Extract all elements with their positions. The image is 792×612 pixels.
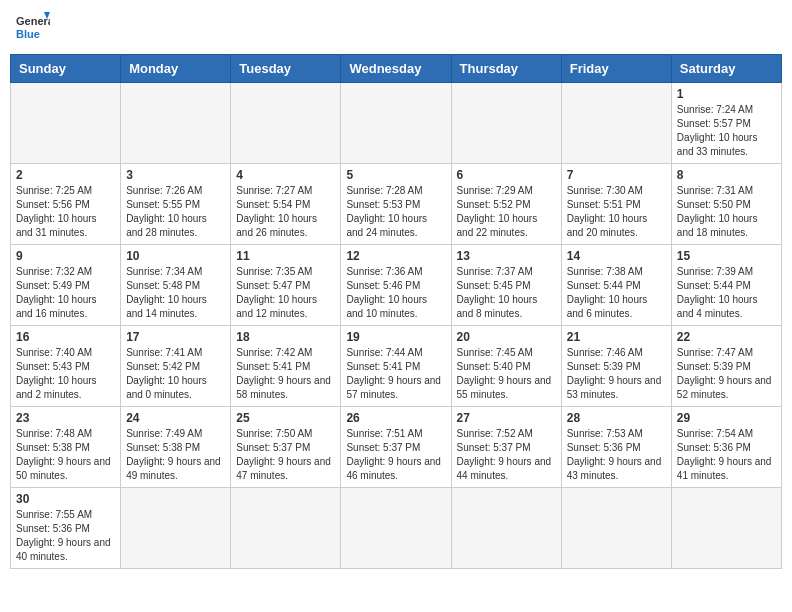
calendar-cell: 7Sunrise: 7:30 AM Sunset: 5:51 PM Daylig… [561, 164, 671, 245]
day-number: 19 [346, 330, 445, 344]
day-number: 25 [236, 411, 335, 425]
calendar-cell: 20Sunrise: 7:45 AM Sunset: 5:40 PM Dayli… [451, 326, 561, 407]
calendar-week-3: 9Sunrise: 7:32 AM Sunset: 5:49 PM Daylig… [11, 245, 782, 326]
day-number: 29 [677, 411, 776, 425]
day-info: Sunrise: 7:53 AM Sunset: 5:36 PM Dayligh… [567, 427, 666, 483]
calendar-cell: 17Sunrise: 7:41 AM Sunset: 5:42 PM Dayli… [121, 326, 231, 407]
day-info: Sunrise: 7:45 AM Sunset: 5:40 PM Dayligh… [457, 346, 556, 402]
header-saturday: Saturday [671, 55, 781, 83]
calendar-week-6: 30Sunrise: 7:55 AM Sunset: 5:36 PM Dayli… [11, 488, 782, 569]
day-info: Sunrise: 7:47 AM Sunset: 5:39 PM Dayligh… [677, 346, 776, 402]
calendar-cell [341, 83, 451, 164]
calendar-cell: 1Sunrise: 7:24 AM Sunset: 5:57 PM Daylig… [671, 83, 781, 164]
day-number: 4 [236, 168, 335, 182]
calendar-cell: 3Sunrise: 7:26 AM Sunset: 5:55 PM Daylig… [121, 164, 231, 245]
day-info: Sunrise: 7:32 AM Sunset: 5:49 PM Dayligh… [16, 265, 115, 321]
logo: General Blue [14, 10, 50, 46]
day-info: Sunrise: 7:27 AM Sunset: 5:54 PM Dayligh… [236, 184, 335, 240]
calendar-week-2: 2Sunrise: 7:25 AM Sunset: 5:56 PM Daylig… [11, 164, 782, 245]
calendar-cell [451, 488, 561, 569]
header-tuesday: Tuesday [231, 55, 341, 83]
day-number: 13 [457, 249, 556, 263]
calendar-cell: 12Sunrise: 7:36 AM Sunset: 5:46 PM Dayli… [341, 245, 451, 326]
day-info: Sunrise: 7:24 AM Sunset: 5:57 PM Dayligh… [677, 103, 776, 159]
calendar-header-row: SundayMondayTuesdayWednesdayThursdayFrid… [11, 55, 782, 83]
calendar-cell [231, 83, 341, 164]
day-number: 3 [126, 168, 225, 182]
day-info: Sunrise: 7:40 AM Sunset: 5:43 PM Dayligh… [16, 346, 115, 402]
calendar-cell [341, 488, 451, 569]
calendar-week-5: 23Sunrise: 7:48 AM Sunset: 5:38 PM Dayli… [11, 407, 782, 488]
calendar-cell [121, 83, 231, 164]
calendar-cell: 22Sunrise: 7:47 AM Sunset: 5:39 PM Dayli… [671, 326, 781, 407]
calendar-cell: 30Sunrise: 7:55 AM Sunset: 5:36 PM Dayli… [11, 488, 121, 569]
day-info: Sunrise: 7:51 AM Sunset: 5:37 PM Dayligh… [346, 427, 445, 483]
calendar-week-1: 1Sunrise: 7:24 AM Sunset: 5:57 PM Daylig… [11, 83, 782, 164]
day-info: Sunrise: 7:28 AM Sunset: 5:53 PM Dayligh… [346, 184, 445, 240]
day-number: 18 [236, 330, 335, 344]
calendar-cell [671, 488, 781, 569]
svg-text:General: General [16, 15, 50, 27]
calendar-week-4: 16Sunrise: 7:40 AM Sunset: 5:43 PM Dayli… [11, 326, 782, 407]
day-info: Sunrise: 7:30 AM Sunset: 5:51 PM Dayligh… [567, 184, 666, 240]
calendar-cell: 24Sunrise: 7:49 AM Sunset: 5:38 PM Dayli… [121, 407, 231, 488]
day-info: Sunrise: 7:50 AM Sunset: 5:37 PM Dayligh… [236, 427, 335, 483]
day-info: Sunrise: 7:39 AM Sunset: 5:44 PM Dayligh… [677, 265, 776, 321]
calendar-cell: 11Sunrise: 7:35 AM Sunset: 5:47 PM Dayli… [231, 245, 341, 326]
day-info: Sunrise: 7:46 AM Sunset: 5:39 PM Dayligh… [567, 346, 666, 402]
calendar-cell: 29Sunrise: 7:54 AM Sunset: 5:36 PM Dayli… [671, 407, 781, 488]
calendar-cell: 4Sunrise: 7:27 AM Sunset: 5:54 PM Daylig… [231, 164, 341, 245]
calendar-cell [561, 83, 671, 164]
day-number: 1 [677, 87, 776, 101]
header-sunday: Sunday [11, 55, 121, 83]
calendar-cell: 10Sunrise: 7:34 AM Sunset: 5:48 PM Dayli… [121, 245, 231, 326]
day-number: 6 [457, 168, 556, 182]
day-number: 20 [457, 330, 556, 344]
day-number: 15 [677, 249, 776, 263]
calendar-cell [231, 488, 341, 569]
calendar-cell: 18Sunrise: 7:42 AM Sunset: 5:41 PM Dayli… [231, 326, 341, 407]
calendar-cell [561, 488, 671, 569]
day-number: 26 [346, 411, 445, 425]
day-number: 30 [16, 492, 115, 506]
day-number: 2 [16, 168, 115, 182]
day-info: Sunrise: 7:52 AM Sunset: 5:37 PM Dayligh… [457, 427, 556, 483]
day-info: Sunrise: 7:38 AM Sunset: 5:44 PM Dayligh… [567, 265, 666, 321]
day-number: 10 [126, 249, 225, 263]
day-info: Sunrise: 7:31 AM Sunset: 5:50 PM Dayligh… [677, 184, 776, 240]
day-number: 27 [457, 411, 556, 425]
page-header: General Blue [10, 10, 782, 46]
calendar-cell: 14Sunrise: 7:38 AM Sunset: 5:44 PM Dayli… [561, 245, 671, 326]
calendar-cell: 21Sunrise: 7:46 AM Sunset: 5:39 PM Dayli… [561, 326, 671, 407]
calendar-cell: 15Sunrise: 7:39 AM Sunset: 5:44 PM Dayli… [671, 245, 781, 326]
calendar-cell: 28Sunrise: 7:53 AM Sunset: 5:36 PM Dayli… [561, 407, 671, 488]
day-info: Sunrise: 7:35 AM Sunset: 5:47 PM Dayligh… [236, 265, 335, 321]
calendar-cell: 26Sunrise: 7:51 AM Sunset: 5:37 PM Dayli… [341, 407, 451, 488]
calendar-cell: 9Sunrise: 7:32 AM Sunset: 5:49 PM Daylig… [11, 245, 121, 326]
calendar-cell: 8Sunrise: 7:31 AM Sunset: 5:50 PM Daylig… [671, 164, 781, 245]
day-info: Sunrise: 7:55 AM Sunset: 5:36 PM Dayligh… [16, 508, 115, 564]
calendar-cell: 16Sunrise: 7:40 AM Sunset: 5:43 PM Dayli… [11, 326, 121, 407]
header-wednesday: Wednesday [341, 55, 451, 83]
day-info: Sunrise: 7:41 AM Sunset: 5:42 PM Dayligh… [126, 346, 225, 402]
day-number: 23 [16, 411, 115, 425]
calendar-cell: 19Sunrise: 7:44 AM Sunset: 5:41 PM Dayli… [341, 326, 451, 407]
day-info: Sunrise: 7:48 AM Sunset: 5:38 PM Dayligh… [16, 427, 115, 483]
day-info: Sunrise: 7:29 AM Sunset: 5:52 PM Dayligh… [457, 184, 556, 240]
day-info: Sunrise: 7:34 AM Sunset: 5:48 PM Dayligh… [126, 265, 225, 321]
day-number: 21 [567, 330, 666, 344]
calendar-cell: 25Sunrise: 7:50 AM Sunset: 5:37 PM Dayli… [231, 407, 341, 488]
day-info: Sunrise: 7:49 AM Sunset: 5:38 PM Dayligh… [126, 427, 225, 483]
svg-text:Blue: Blue [16, 28, 40, 40]
calendar-cell [11, 83, 121, 164]
day-number: 8 [677, 168, 776, 182]
day-number: 5 [346, 168, 445, 182]
day-info: Sunrise: 7:36 AM Sunset: 5:46 PM Dayligh… [346, 265, 445, 321]
day-number: 9 [16, 249, 115, 263]
day-number: 7 [567, 168, 666, 182]
day-number: 28 [567, 411, 666, 425]
calendar-cell: 6Sunrise: 7:29 AM Sunset: 5:52 PM Daylig… [451, 164, 561, 245]
day-info: Sunrise: 7:44 AM Sunset: 5:41 PM Dayligh… [346, 346, 445, 402]
day-number: 14 [567, 249, 666, 263]
header-thursday: Thursday [451, 55, 561, 83]
